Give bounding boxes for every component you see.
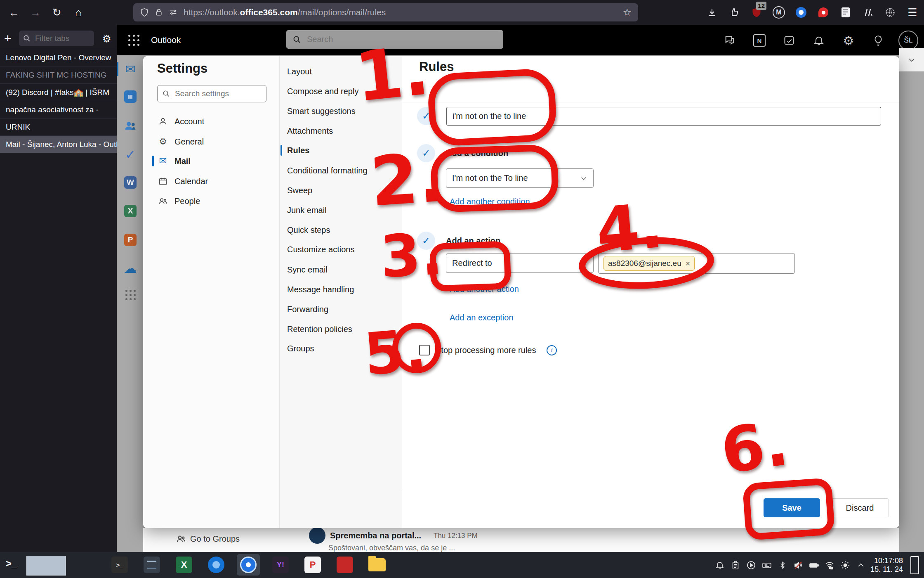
monogram-extension-icon[interactable]: M xyxy=(770,3,788,21)
add-another-condition-link[interactable]: Add another condition xyxy=(450,197,530,206)
nav-retention-policies[interactable]: Retention policies xyxy=(280,319,402,339)
nav-smart-suggestions[interactable]: Smart suggestions xyxy=(280,101,402,121)
recipient-chip[interactable]: as82306@sijanec.eu × xyxy=(603,256,695,271)
rail-calendar-icon[interactable]: ▦ xyxy=(123,89,138,104)
rail-excel-icon[interactable]: X xyxy=(123,203,138,219)
todo-icon[interactable] xyxy=(780,31,799,50)
nav-attachments[interactable]: Attachments xyxy=(280,121,402,141)
taskbar-pdf-icon[interactable]: P xyxy=(301,554,324,576)
nav-sync-email[interactable]: Sync email xyxy=(280,260,402,280)
rail-word-icon[interactable]: W xyxy=(123,175,138,190)
onenote-icon[interactable]: N xyxy=(750,31,769,50)
extension-thumb-icon[interactable] xyxy=(725,3,743,21)
taskbar-firefox-icon[interactable] xyxy=(205,554,228,576)
bookmark-star-icon[interactable]: ☆ xyxy=(622,7,632,18)
back-icon[interactable]: ← xyxy=(6,4,22,21)
save-button[interactable]: Save xyxy=(764,498,820,517)
rail-people-icon[interactable] xyxy=(123,118,138,133)
permissions-icon[interactable] xyxy=(169,8,178,17)
chip-close-icon[interactable]: × xyxy=(686,259,691,268)
nav-compose-and-reply[interactable]: Compose and reply xyxy=(280,81,402,101)
taskbar-medical-icon[interactable] xyxy=(333,554,356,576)
red-pin-extension-icon[interactable] xyxy=(814,3,832,21)
new-tab-button[interactable]: + xyxy=(4,31,12,45)
rail-mail-icon[interactable]: ✉ xyxy=(123,61,138,77)
url-bar[interactable]: https://outlook.office365.com/mail/optio… xyxy=(133,3,638,21)
nav-rules[interactable]: Rules xyxy=(280,140,402,160)
tab-urnik[interactable]: URNIK xyxy=(0,118,117,135)
settings-nav-calendar[interactable]: Calendar xyxy=(148,172,275,191)
show-desktop-button[interactable] xyxy=(910,556,919,574)
app-launcher-waffle-icon[interactable] xyxy=(128,35,139,46)
notifications-bell-icon[interactable] xyxy=(809,31,828,50)
blue-ring-extension-icon[interactable] xyxy=(792,3,810,21)
globe-extension-icon[interactable] xyxy=(881,3,899,21)
chat-icon[interactable] xyxy=(720,31,739,50)
rail-more-apps-icon[interactable] xyxy=(123,287,138,303)
outlook-search-input[interactable] xyxy=(306,34,473,45)
reading-list-extension-icon[interactable] xyxy=(837,3,855,21)
rail-onedrive-icon[interactable]: ☁ xyxy=(123,261,138,276)
taskbar-files-icon[interactable] xyxy=(365,554,389,576)
tab-lenovo[interactable]: Lenovo Digital Pen - Overview xyxy=(0,49,117,66)
tray-volume-muted-icon[interactable] xyxy=(792,558,804,572)
forward-icon[interactable]: → xyxy=(27,4,44,21)
taskbar-active-browser-icon[interactable] xyxy=(237,554,260,576)
filter-tabs-input[interactable] xyxy=(34,33,90,43)
nav-message-handling[interactable]: Message handling xyxy=(280,280,402,299)
tips-lightbulb-icon[interactable] xyxy=(869,31,888,50)
tab-mail-active[interactable]: Mail - Šijanec, Anton Luka - Outlook xyxy=(0,135,117,153)
slashes-extension-icon[interactable] xyxy=(859,3,877,21)
taskbar-yahoo-icon[interactable]: Y! xyxy=(269,554,292,576)
home-icon[interactable]: ⌂ xyxy=(70,4,87,21)
rail-todo-icon[interactable]: ✓ xyxy=(123,147,138,162)
tab-asociativnost[interactable]: napačna asociativnost za - xyxy=(0,101,117,118)
adblock-shield-icon[interactable]: 12 xyxy=(747,3,766,21)
settings-nav-mail[interactable]: ✉ Mail xyxy=(148,152,275,171)
rule-name-input[interactable] xyxy=(446,107,881,126)
taskbar-excel-icon[interactable]: X xyxy=(172,554,196,576)
tray-bluetooth-icon[interactable] xyxy=(776,558,789,572)
redirect-recipient-field[interactable]: as82306@sijanec.eu × xyxy=(598,253,795,274)
taskbar-terminal-icon[interactable]: >_ xyxy=(108,554,131,576)
settings-nav-people[interactable]: People xyxy=(148,192,275,211)
settings-nav-account[interactable]: Account xyxy=(148,112,275,131)
nav-customize-actions[interactable]: Customize actions xyxy=(280,239,402,259)
nav-conditional-formatting[interactable]: Conditional formatting xyxy=(280,161,402,180)
info-icon[interactable]: i xyxy=(547,345,557,355)
window-preview-button[interactable] xyxy=(26,556,66,576)
nav-groups[interactable]: Groups xyxy=(280,339,402,358)
tray-notifications-bell-icon[interactable] xyxy=(714,558,726,572)
filter-tabs-box[interactable] xyxy=(19,31,94,46)
action-dropdown[interactable]: Redirect to xyxy=(446,253,594,273)
rail-powerpoint-icon[interactable]: P xyxy=(123,232,138,248)
tray-clipboard-icon[interactable] xyxy=(729,558,742,572)
account-avatar[interactable]: ŠL xyxy=(898,31,918,50)
settings-gear-icon[interactable]: ⚙ xyxy=(839,31,858,50)
download-icon[interactable] xyxy=(703,3,721,21)
outlook-search-bar[interactable] xyxy=(286,30,503,49)
url-text[interactable]: https://outlook.office365.com/mail/optio… xyxy=(184,7,386,17)
settings-search-box[interactable] xyxy=(157,85,266,102)
tray-wifi-secure-icon[interactable] xyxy=(823,558,836,572)
discard-button[interactable]: Discard xyxy=(831,498,889,517)
start-terminal-icon[interactable]: >_ xyxy=(6,558,17,569)
taskbar-app2-icon[interactable] xyxy=(140,554,163,576)
menu-hamburger-icon[interactable]: ☰ xyxy=(903,3,922,21)
sidebar-gear-icon[interactable]: ⚙ xyxy=(102,33,111,45)
nav-forwarding[interactable]: Forwarding xyxy=(280,299,402,319)
tray-chevron-up-icon[interactable] xyxy=(855,558,867,572)
stop-processing-checkbox[interactable] xyxy=(419,345,430,355)
nav-layout[interactable]: Layout xyxy=(280,62,402,81)
tray-media-play-icon[interactable] xyxy=(745,558,757,572)
reload-icon[interactable]: ↻ xyxy=(49,4,65,21)
tracking-shield-icon[interactable] xyxy=(140,8,149,17)
tray-keyboard-icon[interactable] xyxy=(761,558,773,572)
add-an-exception-link[interactable]: Add an exception xyxy=(450,313,514,322)
tray-battery-icon[interactable] xyxy=(808,558,820,572)
nav-quick-steps[interactable]: Quick steps xyxy=(280,220,402,240)
tray-brightness-icon[interactable] xyxy=(839,558,851,572)
condition-dropdown[interactable]: I'm not on the To line xyxy=(446,168,594,188)
taskbar-clock[interactable]: 10:17:08 15. 11. 24 xyxy=(870,557,903,574)
add-another-action-link[interactable]: Add another action xyxy=(450,284,519,294)
